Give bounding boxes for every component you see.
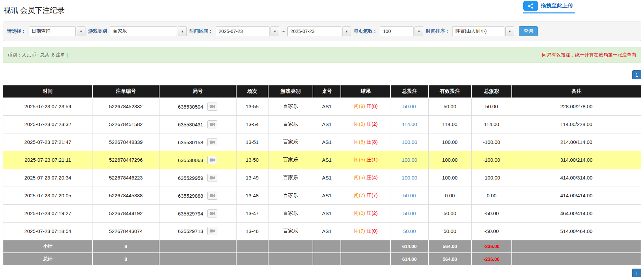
video-replay-button[interactable] (207, 120, 217, 128)
cell-table-no: AS1 (313, 151, 341, 169)
camera-icon (210, 122, 215, 126)
cell-time: 2025-07-23 07:21:47 (3, 133, 93, 151)
page-1-button[interactable]: 1 (632, 70, 641, 79)
round-id: 635530504 (178, 104, 203, 109)
cell-round-id: 635529794 (159, 204, 236, 222)
round-id: 635529713 (178, 228, 203, 234)
subtotal-row-label: 小计 (3, 240, 93, 253)
video-replay-button[interactable] (207, 209, 217, 217)
cell-result: 闲(6) 庄(8) (341, 133, 391, 151)
cell-remark: 114.00/228.00 (512, 115, 641, 133)
video-replay-button[interactable] (207, 192, 217, 200)
subtotal-row-total-bet: 614.00 (391, 240, 428, 253)
result-banker: 庄(2) (366, 121, 378, 127)
page-size-input[interactable] (380, 26, 414, 36)
cell-time: 2025-07-23 07:23:32 (3, 115, 93, 133)
cell-game-type: 百家乐 (268, 222, 313, 240)
chevron-down-icon[interactable]: ▼ (178, 26, 187, 36)
round-id: 635529888 (178, 193, 203, 198)
column-header: 总投注 (391, 85, 428, 97)
empty-cell (236, 240, 268, 253)
cell-table-no: AS1 (313, 115, 341, 133)
camera-icon (210, 194, 215, 198)
result-banker: 庄(1) (366, 157, 378, 162)
cell-session: 13-51 (236, 133, 268, 151)
filter-bar: 请选择： ▼ 游戏类别 ▼ 时间区间： ▼ ~ ▼ 每页笔数： ▼ 时间排序： … (3, 22, 641, 41)
cell-game-type: 百家乐 (268, 151, 313, 169)
cell-table-no: AS1 (313, 187, 341, 204)
total-bet-link[interactable]: 50.00 (403, 193, 416, 198)
empty-cell (341, 240, 391, 253)
cell-valid-bet: 0.00 (428, 187, 471, 204)
cell-game-type: 百家乐 (268, 133, 313, 151)
total-bet-link[interactable]: 100.00 (402, 157, 417, 163)
cell-remark: 228.00/278.00 (512, 97, 641, 115)
round-id: 635530158 (178, 139, 203, 145)
total-bet-link[interactable]: 100.00 (402, 139, 417, 145)
query-type-input[interactable] (29, 26, 76, 36)
cell-session: 13-50 (236, 151, 268, 169)
cell-payout: -100.00 (471, 133, 512, 151)
cell-bet-id: 522678443074 (93, 222, 159, 240)
total-bet-link[interactable]: 114.00 (402, 121, 417, 127)
bet-records-table: 时间注单编号局号场次游戏类别桌号结果总投注有效投注总派彩备注 2025-07-2… (3, 85, 641, 266)
cell-remark: 464.00/414.00 (512, 204, 641, 222)
video-replay-button[interactable] (207, 156, 217, 164)
chevron-down-icon[interactable]: ▼ (505, 26, 514, 36)
table-row: 2025-07-23 07:20:34522678446223635529959… (3, 169, 641, 187)
chevron-down-icon[interactable]: ▼ (342, 26, 351, 36)
chevron-down-icon[interactable]: ▼ (271, 26, 279, 36)
total-bet-link[interactable]: 50.00 (403, 210, 416, 216)
total-bet-link[interactable]: 50.00 (403, 228, 416, 234)
video-replay-button[interactable] (207, 227, 217, 235)
cell-bet-id: 522678444192 (93, 204, 159, 222)
cell-round-id: 635530158 (159, 133, 236, 151)
round-id: 635530063 (178, 157, 203, 163)
time-sort-label: 时间排序： (426, 28, 450, 34)
date-from-input[interactable] (216, 26, 270, 36)
page-size-combobox: ▼ (380, 26, 423, 36)
camera-icon (210, 229, 215, 233)
game-type-input[interactable] (110, 26, 177, 36)
search-button[interactable]: 查询 (519, 26, 538, 36)
cell-round-id: 635529959 (159, 169, 236, 187)
camera-icon (210, 140, 215, 144)
upload-dropzone[interactable]: 拖拽至此上传 (523, 0, 575, 13)
cell-remark: 214.00/114.00 (512, 133, 641, 151)
date-to-input[interactable] (287, 26, 341, 36)
pagination-top: 1 (3, 70, 641, 79)
video-replay-button[interactable] (207, 174, 217, 182)
total-bet-link[interactable]: 100.00 (402, 175, 417, 181)
cell-round-id: 635530431 (159, 115, 236, 133)
cell-session: 13-54 (236, 115, 268, 133)
total-bet-link[interactable]: 50.00 (403, 104, 416, 109)
table-row: 2025-07-23 07:18:54522678443074635529713… (3, 222, 641, 240)
cell-table-no: AS1 (313, 204, 341, 222)
subtotal-row: 小计8614.00564.00-236.00 (3, 240, 641, 253)
page-1-button[interactable]: 1 (632, 269, 641, 277)
camera-icon (210, 176, 215, 180)
video-replay-button[interactable] (207, 138, 217, 146)
result-player: 闲(9) (354, 121, 365, 127)
cell-result: 闲(9) 庄(8) (341, 97, 391, 115)
video-replay-button[interactable] (207, 103, 217, 111)
chevron-down-icon[interactable]: ▼ (77, 26, 85, 36)
result-player: 闲(0) (354, 210, 365, 216)
subtotal-row-count: 8 (93, 240, 159, 253)
cell-total-bet: 50.00 (391, 97, 428, 115)
cell-game-type: 百家乐 (268, 97, 313, 115)
cell-game-type: 百家乐 (268, 169, 313, 187)
table-row: 2025-07-23 07:19:27522678444192635529794… (3, 204, 641, 222)
time-sort-combobox: ▼ (452, 26, 514, 36)
cell-time: 2025-07-23 07:20:34 (3, 169, 93, 187)
top-bar: 视讯 会员下注纪录 拖拽至此上传 (3, 0, 641, 19)
chevron-down-icon[interactable]: ▼ (415, 26, 423, 36)
result-banker: 庄(8) (366, 103, 378, 109)
subtotal-row-payout: -236.00 (471, 240, 512, 253)
table-row: 2025-07-23 07:21:47522678448339635530158… (3, 133, 641, 151)
cell-total-bet: 100.00 (391, 133, 428, 151)
cell-payout: 0.00 (471, 187, 512, 204)
column-header: 局号 (159, 85, 236, 97)
query-type-combobox: ▼ (29, 26, 85, 36)
time-sort-input[interactable] (452, 26, 504, 36)
